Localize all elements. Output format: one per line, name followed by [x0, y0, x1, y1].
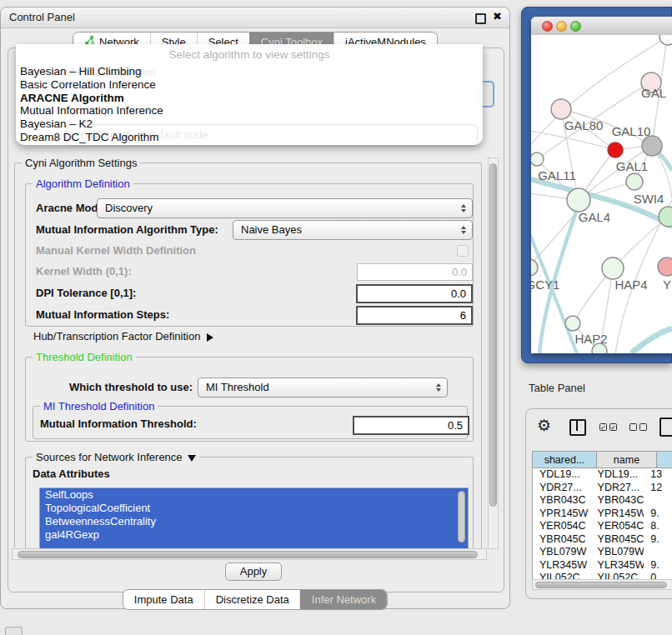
algorithm-options-list: Bayesian – Hill ClimbingBasic Correlatio… [16, 65, 483, 144]
attribute-item-partial[interactable] [40, 542, 468, 548]
control-panel-window: Control Panel ✖ NetworkStyleSelectCyni T… [0, 7, 510, 609]
mi-type-value: Naive Bayes [241, 223, 302, 236]
table-row[interactable]: YDR27...YDR27...12 [533, 482, 672, 495]
node-gcy1[interactable] [531, 259, 538, 276]
table-cell: YBL079W [533, 546, 591, 559]
attribute-item-topologicalcoefficient[interactable]: TopologicalCoefficient [40, 502, 468, 515]
table-row[interactable]: YLR345WYLR345W9. [533, 559, 672, 572]
mi-steps-field[interactable]: 6 [356, 306, 473, 325]
tab-impute-data[interactable]: Impute Data [123, 590, 204, 609]
attribute-item-betweennesscentrality[interactable]: BetweennessCentrality [40, 515, 468, 528]
data-attributes-list: SelfLoopsTopologicalCoefficientBetweenne… [39, 488, 469, 548]
table-row[interactable]: YPR145WYPR145W9. [533, 508, 672, 521]
close-traffic-light[interactable] [542, 21, 553, 32]
settings-vertical-scrollbar[interactable] [488, 158, 499, 549]
network-window-titlebar[interactable] [531, 17, 672, 36]
stepper-arrows-icon [436, 383, 441, 392]
attribute-item-selfloops[interactable]: SelfLoops [40, 488, 468, 502]
algorithm-option-bayesian-hill-climbing[interactable]: Bayesian – Hill Climbing [16, 65, 483, 78]
node-hap2[interactable] [565, 316, 580, 331]
table-horizontal-scrollbar[interactable] [532, 579, 672, 590]
mi-type-label: Mutual Information Algorithm Type: [36, 220, 218, 240]
control-panel-title: Control Panel [9, 8, 75, 28]
table-row[interactable]: YIL052CYIL052C0. [533, 572, 672, 579]
table-cell: YPR145W [533, 508, 591, 521]
table-cell: YBR045C [591, 533, 644, 547]
table-cell: YLR345W [591, 559, 644, 572]
close-icon[interactable]: ✖ [493, 10, 502, 22]
node-pink-right[interactable] [658, 258, 672, 276]
column-header-2[interactable] [657, 451, 672, 468]
algorithm-option-bayesian-k2[interactable]: Bayesian – K2 [16, 118, 483, 131]
node-label-y: Y [663, 278, 671, 292]
node-bottom-green[interactable] [592, 343, 607, 353]
table-cell: 9. [644, 533, 672, 547]
algorithm-option-mutual-information-inference[interactable]: Mutual Information Inference [16, 104, 483, 118]
kernel-width-field[interactable]: 0.0 [357, 263, 473, 281]
table-row[interactable]: YDL19...YDL19...13 [533, 468, 672, 482]
split-view-icon[interactable] [569, 419, 586, 436]
algorithm-option-aracne-algorithm[interactable]: ARACNE Algorithm [16, 92, 483, 105]
algorithm-option-dream8-dc-tdc-algorithm[interactable]: Dream8 DC_TDC Algorithm [16, 131, 483, 144]
expanded-arrow-icon [188, 455, 196, 462]
node-gal10[interactable] [608, 142, 623, 158]
zoom-traffic-light[interactable] [570, 21, 581, 32]
table-horizontal-scrollbar-thumb[interactable] [535, 582, 667, 588]
manual-kernel-label: Manual Kernel Width Definition [36, 241, 196, 261]
deselect-all-checkbox-icon[interactable] [639, 423, 647, 431]
cyni-algorithm-settings-legend: Cyni Algorithm Settings [22, 157, 140, 169]
node-gal1[interactable] [626, 173, 643, 190]
node-gal80[interactable] [551, 99, 571, 119]
node-label-gal4: GAL4 [579, 210, 610, 224]
minimized-panel-chip[interactable] [5, 627, 23, 635]
stepper-arrows-icon [461, 226, 466, 234]
settings-horizontal-scrollbar[interactable] [12, 548, 487, 560]
column-header-shared-[interactable]: shared... [532, 451, 597, 468]
table-row[interactable]: YBL079WYBL079W [533, 546, 672, 559]
table-row[interactable]: YBR043CYBR043C [533, 494, 672, 508]
tab-label: Discretize Data [216, 590, 289, 609]
float-icon[interactable] [475, 13, 486, 24]
table-cell: 8. [644, 520, 672, 533]
threshold-definition-legend: Threshold Definition [33, 351, 136, 363]
hub-definition-toggle[interactable]: Hub/Transcription Factor Definition [33, 330, 213, 343]
network-canvas[interactable]: GALGAL80GAL10GAL11GAL1SWI4GAL4GCY1HAP4YH… [531, 35, 672, 353]
node-hap4[interactable] [602, 258, 624, 279]
attributes-scrollbar-thumb[interactable] [458, 491, 465, 542]
table-row[interactable]: YBR045CYBR045C9. [533, 533, 672, 547]
attribute-item-gal4rgexp[interactable]: gal4RGexp [40, 528, 468, 542]
apply-button[interactable]: Apply [225, 562, 282, 581]
mi-threshold-field[interactable]: 0.5 [353, 416, 469, 435]
table-header-row: shared...name [532, 451, 672, 468]
settings-vertical-scrollbar-thumb[interactable] [489, 163, 497, 507]
minimize-traffic-light[interactable] [556, 21, 567, 32]
hub-definition-label: Hub/Transcription Factor Definition [33, 330, 200, 342]
select-all-checkbox-icon[interactable]: ✓ [609, 423, 617, 431]
kernel-width-label: Kernel Width (0,1): [36, 262, 132, 282]
node-unnamed-top[interactable] [659, 35, 672, 45]
sources-legend: Sources for Network Inference [33, 451, 199, 463]
column-header-name[interactable]: name [597, 451, 657, 468]
table-row[interactable]: YER054CYER054C8. [533, 520, 672, 533]
aracne-mode-combobox[interactable]: Discovery [97, 198, 473, 218]
table-cell: YIL052C [533, 572, 591, 579]
table-cell: YDR27... [591, 482, 644, 495]
which-threshold-combobox[interactable]: MI Threshold [198, 378, 448, 398]
node-label-gcy1: GCY1 [531, 278, 559, 292]
tab-discretize-data[interactable]: Discretize Data [204, 590, 300, 609]
settings-horizontal-scrollbar-thumb[interactable] [18, 551, 478, 558]
node-gal4[interactable] [567, 188, 590, 212]
select-all-checkbox-icon[interactable]: ✓ [599, 423, 607, 431]
dpi-tolerance-field[interactable]: 0.0 [356, 284, 473, 303]
document-icon[interactable] [659, 418, 672, 437]
table-panel-window: ⚙ ✓ ✓ shared...name YDL19...YDL19...13YD… [525, 408, 672, 599]
node-gal11[interactable] [531, 152, 544, 166]
manual-kernel-checkbox[interactable] [457, 245, 469, 257]
gear-icon[interactable]: ⚙ [537, 416, 551, 436]
node-gray-node[interactable] [642, 136, 662, 156]
mi-type-combobox[interactable]: Naive Bayes [233, 220, 473, 240]
algorithm-option-basic-correlation-inference[interactable]: Basic Correlation Inference [16, 78, 483, 92]
tab-infer-network[interactable]: Infer Network [300, 590, 387, 609]
deselect-all-checkbox-icon[interactable] [629, 423, 637, 431]
mi-threshold-label: Mutual Information Threshold: [40, 414, 197, 434]
